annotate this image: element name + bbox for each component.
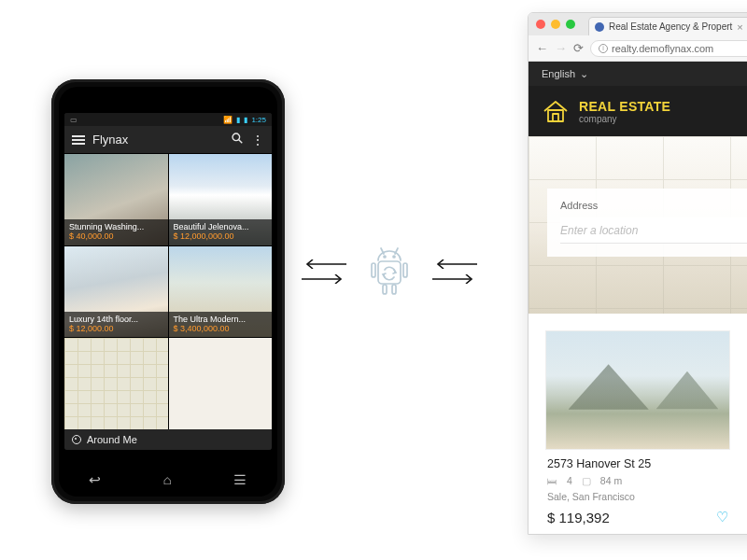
app-bar: Flynax ⋮ (64, 126, 272, 154)
listing-caption: The Ultra Modern... $ 3,400,000.00 (169, 312, 273, 338)
android-nav-buttons: ↩ ⌂ ☰ (59, 472, 277, 487)
brand-tag: company (579, 114, 670, 124)
minimize-window-icon[interactable] (551, 20, 560, 29)
svg-point-6 (384, 256, 386, 258)
svg-rect-11 (383, 285, 387, 294)
phone-inner: ▭ 📶 ▮ ▮ 1:25 Flynax ⋮ Stunning Washing.. (59, 87, 277, 497)
house-icon (542, 98, 570, 124)
home-button[interactable]: ⌂ (163, 472, 172, 487)
tab-favicon (595, 22, 604, 32)
listings-section: 2573 Hanover St 25 🛏 4 ▢ 84 m Sale, San … (529, 314, 747, 525)
browser-window: Real Estate Agency & Propert × ← → ⟳ i r… (528, 12, 747, 535)
area-value: 84 m (600, 475, 622, 486)
svg-point-0 (233, 133, 240, 141)
language-label: English (542, 68, 575, 79)
forward-icon[interactable]: → (555, 41, 567, 55)
browser-titlebar: Real Estate Agency & Propert × (529, 13, 747, 35)
url-text: realty.demoflynax.com (612, 43, 713, 54)
around-me-bar[interactable]: Around Me (64, 429, 272, 450)
arrows-left (302, 259, 346, 284)
svg-rect-12 (392, 285, 396, 294)
listing-title: The Ultra Modern... (174, 315, 268, 324)
address-bar[interactable]: i realty.demoflynax.com (590, 40, 747, 57)
listing-price: $ 12,000.00 (69, 324, 163, 333)
svg-rect-15 (548, 110, 563, 121)
listing-price: $ 119,392 (547, 510, 610, 525)
back-button[interactable]: ↩ (90, 472, 102, 487)
listing-title: Luxury 14th floor... (69, 315, 163, 324)
listing-caption: Stunning Washing... $ 40,000.00 (64, 219, 168, 245)
listing-address: 2573 Hanover St 25 (547, 457, 728, 470)
listing-caption: Luxury 14th floor... $ 12,000.00 (64, 312, 168, 338)
recent-button[interactable]: ☰ (233, 472, 247, 487)
location-input[interactable] (560, 217, 747, 244)
around-me-label: Around Me (87, 434, 137, 445)
phone-screen: ▭ 📶 ▮ ▮ 1:25 Flynax ⋮ Stunning Washing.. (64, 113, 272, 450)
svg-point-7 (393, 256, 395, 258)
android-sync-icon (367, 245, 412, 298)
listing-tile[interactable]: The Ultra Modern... $ 3,400,000.00 (169, 246, 273, 338)
browser-tab[interactable]: Real Estate Agency & Propert × (588, 17, 747, 35)
arrow-right-icon (432, 274, 477, 284)
map-tile[interactable] (64, 338, 168, 429)
brand-bar: REAL ESTATE company (529, 86, 747, 136)
listing-tile[interactable]: Stunning Washing... $ 40,000.00 (64, 154, 168, 245)
arrow-left-icon (302, 259, 346, 269)
hero-section: Address (529, 136, 747, 314)
search-label: Address (560, 200, 747, 211)
brand-text: REAL ESTATE company (579, 99, 670, 124)
back-icon[interactable]: ← (536, 41, 548, 55)
brand-name: REAL ESTATE (579, 99, 670, 114)
wifi-icon: 📶 (223, 116, 233, 124)
listing-price: $ 40,000.00 (69, 231, 163, 241)
app-title: Flynax (92, 133, 223, 147)
listing-photo (545, 330, 730, 450)
target-icon (72, 435, 81, 444)
browser-toolbar: ← → ⟳ i realty.demoflynax.com (529, 35, 747, 62)
listing-body: 2573 Hanover St 25 🛏 4 ▢ 84 m Sale, San … (545, 450, 730, 525)
arrows-right (432, 259, 477, 284)
listing-price: $ 12,000,000.00 (174, 231, 268, 241)
close-tab-icon[interactable]: × (737, 21, 742, 33)
listings-grid: Stunning Washing... $ 40,000.00 Beautifu… (64, 154, 272, 429)
site-info-icon[interactable]: i (599, 44, 608, 53)
search-icon[interactable] (231, 132, 244, 147)
svg-rect-9 (372, 263, 375, 277)
listing-tile[interactable]: Luxury 14th floor... $ 12,000.00 (64, 246, 168, 338)
svg-rect-10 (403, 263, 407, 277)
listing-card[interactable]: 2573 Hanover St 25 🛏 4 ▢ 84 m Sale, San … (545, 330, 730, 525)
signal-icon: ▮ (236, 116, 240, 124)
sync-diagram (302, 245, 477, 298)
svg-line-1 (239, 140, 243, 144)
listing-title: Beautiful Jelenova... (174, 222, 268, 231)
listing-title: Stunning Washing... (69, 222, 163, 231)
map-image (64, 338, 168, 429)
blank-tile (169, 338, 273, 429)
battery-icon: ▮ (244, 116, 247, 124)
language-bar[interactable]: English ⌄ (529, 62, 747, 86)
overflow-icon[interactable]: ⋮ (251, 133, 264, 147)
android-status-bar: ▭ 📶 ▮ ▮ 1:25 (64, 113, 272, 126)
close-window-icon[interactable] (536, 20, 545, 29)
listing-caption: Beautiful Jelenova... $ 12,000,000.00 (169, 219, 273, 245)
blank-image (169, 338, 273, 429)
maximize-window-icon[interactable] (566, 20, 575, 29)
listing-tile[interactable]: Beautiful Jelenova... $ 12,000,000.00 (169, 154, 273, 245)
status-time: 1:25 (251, 116, 266, 124)
listing-price: $ 3,400,000.00 (174, 324, 268, 333)
arrow-right-icon (302, 274, 346, 284)
android-phone-frame: ▭ 📶 ▮ ▮ 1:25 Flynax ⋮ Stunning Washing.. (51, 79, 285, 504)
reload-icon[interactable]: ⟳ (573, 41, 584, 55)
chevron-down-icon: ⌄ (580, 68, 588, 80)
page-content: English ⌄ REAL ESTATE company Address (529, 62, 747, 534)
arrow-left-icon (432, 259, 477, 269)
beds-count: 4 (567, 475, 572, 486)
listing-meta: 🛏 4 ▢ 84 m (547, 475, 728, 486)
price-row: $ 119,392 ♡ (547, 509, 728, 525)
search-card: Address (547, 189, 747, 257)
area-icon: ▢ (582, 475, 591, 486)
status-left-icon: ▭ (70, 116, 78, 124)
bed-icon: 🛏 (547, 475, 557, 486)
menu-icon[interactable] (72, 135, 85, 145)
heart-icon[interactable]: ♡ (716, 509, 728, 525)
